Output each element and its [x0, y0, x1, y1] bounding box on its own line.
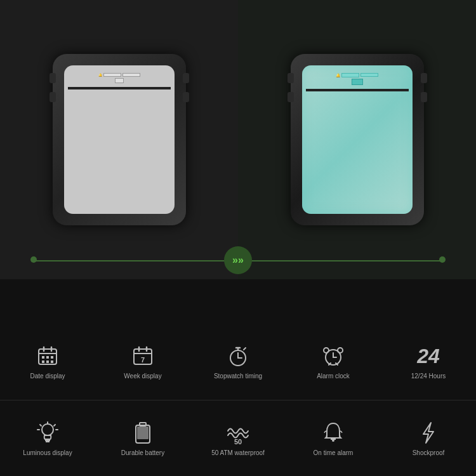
comparison-labels: »»	[0, 241, 476, 279]
waterproof-label: 50 ATM waterproof	[211, 449, 265, 456]
stopwatch-icon	[227, 343, 249, 369]
left-time-row	[114, 78, 124, 83]
svg-point-25	[338, 348, 343, 353]
svg-text:50: 50	[234, 438, 242, 444]
right-bottom-bar	[306, 89, 409, 91]
left-display-row1: 🔔	[68, 73, 171, 77]
week-display-icon: 7	[132, 343, 154, 369]
luminous-icon	[37, 420, 58, 446]
watch-comparison-section: 🔔	[0, 0, 476, 279]
right-watch-case: 🔔	[291, 54, 424, 225]
left-watch-btn-bl	[50, 92, 56, 102]
left-watch-panel: 🔔	[0, 0, 238, 279]
features-section: Date display7Week displayStopwatch timin…	[0, 324, 476, 476]
right-watch-btn-bl	[288, 92, 294, 102]
feature-stopwatch: Stopwatch timing	[190, 338, 286, 385]
comp-dot-right	[439, 256, 446, 263]
date-display-label: Date display	[30, 373, 65, 380]
svg-rect-4	[51, 356, 53, 359]
svg-rect-37	[140, 423, 146, 426]
features-row-2: Luminous displayDurable battery5050 ATM …	[0, 400, 476, 477]
battery-icon	[135, 420, 151, 446]
alarm-clock-label: Alarm clock	[317, 373, 350, 380]
battery-label: Durable battery	[121, 449, 164, 456]
right-time-small	[360, 73, 378, 77]
right-time-large	[352, 79, 363, 85]
svg-point-41	[332, 439, 334, 442]
right-watch-face: 🔔	[302, 65, 413, 214]
left-watch-btn-tr	[183, 73, 189, 83]
comp-dot-left	[30, 256, 37, 263]
arrow-circle: »»	[224, 246, 252, 274]
feature-shockproof: Shockproof	[381, 415, 476, 461]
feature-week-display: 7Week display	[95, 338, 190, 385]
feature-date-display: Date display	[0, 338, 95, 385]
feature-on-time: On time alarm	[286, 415, 381, 461]
features-row-1: Date display7Week displayStopwatch timin…	[0, 324, 476, 400]
alarm-clock-icon	[322, 343, 345, 369]
right-watch-btn-br	[421, 92, 427, 102]
right-watch-btn-tl	[288, 73, 294, 83]
svg-rect-3	[46, 356, 49, 359]
svg-line-33	[54, 425, 55, 426]
left-watch-face: 🔔	[64, 65, 175, 214]
hours-icon: 24	[417, 343, 440, 369]
svg-marker-44	[423, 423, 433, 443]
right-day-box	[341, 73, 359, 77]
svg-rect-38	[137, 426, 149, 439]
svg-text:7: 7	[141, 356, 145, 364]
feature-waterproof: 5050 ATM waterproof	[190, 415, 286, 461]
svg-rect-2	[42, 356, 44, 359]
left-bottom-bar	[68, 87, 171, 89]
right-time-row	[351, 79, 364, 85]
waterproof-icon: 50	[224, 420, 252, 446]
on-time-label: On time alarm	[314, 449, 354, 456]
left-watch-case: 🔔	[53, 54, 186, 225]
svg-rect-6	[46, 360, 49, 363]
right-watch-panel: 🔔	[238, 0, 476, 279]
on-time-icon	[322, 420, 344, 446]
svg-point-24	[324, 348, 329, 353]
svg-line-32	[40, 425, 41, 426]
date-display-icon	[37, 343, 58, 369]
left-watch: 🔔	[53, 54, 186, 225]
right-watch: 🔔	[291, 54, 424, 225]
left-watch-btn-br	[183, 92, 189, 102]
comp-line-left	[32, 260, 238, 261]
left-watch-btn-tl	[50, 73, 56, 83]
shockproof-icon	[420, 420, 437, 446]
left-day-box	[103, 73, 121, 77]
right-watch-btn-tr	[421, 73, 427, 83]
feature-luminous: Luminous display	[0, 415, 95, 461]
svg-line-20	[244, 348, 246, 350]
svg-point-28	[42, 424, 53, 435]
comp-line-right	[238, 260, 444, 261]
left-time-large	[115, 78, 124, 83]
arrow-icon: »»	[232, 255, 244, 266]
right-display-row1: 🔔	[306, 73, 409, 77]
hours-label: 12/24 Hours	[411, 373, 446, 380]
stopwatch-label: Stopwatch timing	[214, 373, 262, 380]
feature-battery: Durable battery	[95, 415, 190, 461]
feature-alarm-clock: Alarm clock	[286, 338, 381, 385]
left-time-small	[122, 73, 140, 77]
feature-hours: 2412/24 Hours	[381, 338, 476, 385]
svg-rect-7	[51, 360, 53, 363]
svg-rect-5	[42, 360, 44, 363]
shockproof-label: Shockproof	[413, 449, 445, 456]
week-display-label: Week display	[124, 373, 161, 380]
luminous-label: Luminous display	[23, 449, 72, 456]
